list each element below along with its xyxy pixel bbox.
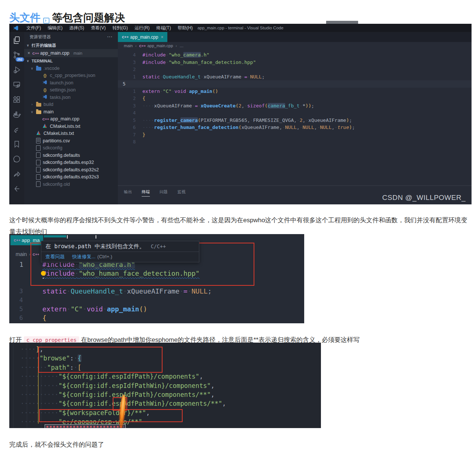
file-icon	[36, 145, 41, 151]
code-token: camera	[268, 103, 285, 109]
code-token: ····	[42, 323, 58, 323]
line-number: 2	[118, 66, 142, 73]
docker-icon	[12, 110, 22, 119]
panel-tab-问题: 问题	[160, 189, 168, 197]
code-token: ··········	[20, 382, 58, 389]
line-number	[9, 323, 42, 323]
file-tree: ∨.vscode{}c_cpp_properties.jsonlaunch.js…	[24, 65, 118, 188]
code-token: ··········	[20, 400, 58, 407]
code-token: =	[195, 103, 198, 109]
code-line: 6····register_human_face_detection(xQueu…	[118, 124, 472, 131]
tree-item-label: CMakeLists.txt	[50, 124, 80, 129]
code-token: ····	[20, 346, 36, 353]
code-token: ,	[294, 117, 297, 123]
cpp-file-icon: C++	[122, 35, 128, 39]
code-token: ·	[119, 323, 123, 323]
code-token: ·	[300, 124, 303, 130]
code-token: NULL	[285, 124, 297, 130]
braces-icon: {}	[42, 74, 48, 78]
code-token: ,	[332, 124, 335, 130]
heading-text: 等包含问题解决	[52, 11, 125, 25]
code-token: ·	[260, 323, 264, 323]
code-token: ·	[171, 88, 174, 94]
code-token: 2	[300, 117, 303, 123]
tree-item-label: .vscode	[44, 66, 60, 71]
menubar-item: 查看(V)	[87, 25, 109, 31]
tree-item-c_cpp_properties.json: {}c_cpp_properties.json	[24, 72, 118, 80]
remote-explorer-icon	[12, 80, 22, 90]
tree-item-.vscode: ∨.vscode	[24, 65, 118, 72]
tree-item-label: sdkconfig	[43, 145, 62, 150]
code-token: (	[212, 323, 216, 323]
code-line: 2{	[118, 95, 472, 102]
code-token: camera	[183, 52, 201, 58]
bookmarks-icon	[12, 140, 22, 149]
code-token: ))	[305, 103, 311, 109]
line-number: 4	[9, 296, 42, 305]
tree-item-label: build	[44, 102, 53, 107]
vscode-screenshot-2[interactable]: C++ app_ma main › C++ 1#include·"who_cam…	[9, 234, 304, 323]
tree-item-sdkconfig: sdkconfig	[24, 145, 118, 152]
extensions-icon	[12, 95, 22, 104]
code-token: ,	[180, 323, 184, 323]
tree-item-settings.json: {}settings.json	[24, 87, 118, 94]
line-number: 5	[118, 117, 142, 124]
terminal-link-icon[interactable]	[43, 14, 49, 21]
line-number: 3	[118, 102, 142, 110]
code-token: "${config:idf.espAdfPathWin}/components/…	[58, 400, 222, 407]
code-token: void	[87, 305, 103, 313]
csv-file-icon	[36, 138, 41, 143]
code-line: 7}	[118, 131, 472, 139]
run-debug-icon	[12, 65, 22, 75]
paragraph: 完成后，就不会报头文件的问题了	[9, 439, 470, 450]
code-token: 2	[238, 103, 241, 109]
cpp-file-icon: C++	[139, 44, 145, 48]
code-line: 5extern·"C"·void·app_main()	[9, 305, 304, 314]
code-token: )	[349, 124, 352, 130]
code-token: void	[174, 88, 186, 94]
file-icon	[36, 167, 41, 172]
code-token: NULL	[250, 74, 262, 80]
vscode-screenshot-1[interactable]: 文件(F)编辑(E)选择(S)查看(V)转到(G)运行(R)终端(T)帮助(H)…	[9, 24, 472, 204]
cpp-file-icon: C++	[32, 51, 38, 55]
json-config-screenshot[interactable]: ····],·····"browse":·{·······"path":·[··…	[9, 343, 321, 428]
code-line: 4	[118, 109, 472, 117]
code-token: ·	[103, 305, 107, 313]
code-token: QueueHandle_t	[163, 74, 201, 80]
tree-item-label: sdkconfig.defaults.esp32	[43, 160, 94, 165]
code-token: ·	[198, 103, 201, 109]
tree-item-label: CMakeLists.txt	[44, 131, 74, 136]
folder-open-icon	[36, 110, 41, 114]
code-token: ··········	[20, 373, 58, 380]
annotation-rectangle	[39, 409, 183, 422]
tree-item-CMakeLists.txt: CMakeLists.txt	[24, 130, 118, 137]
code-token: ·	[247, 74, 250, 80]
open-editor-detail: main	[74, 51, 83, 55]
code-token: ·	[305, 117, 308, 123]
code-token: ·	[160, 74, 163, 80]
tree-item-label: sdkconfig.old	[43, 182, 70, 187]
editor-tab: C++ app_main.cpp ×	[118, 32, 167, 42]
tree-item-label: sdkconfig.defaults	[43, 153, 80, 158]
heading-link[interactable]: 头文件	[9, 11, 41, 25]
code-token: register_	[154, 117, 180, 123]
breadcrumb-item: main	[16, 251, 27, 257]
open-editor-filename: app_main.cpp	[40, 51, 70, 56]
code-token: ;	[276, 323, 280, 323]
code-line: 4#include·"who_camera.h"	[118, 51, 472, 59]
code-token: ··········	[20, 391, 58, 398]
file-icon	[36, 160, 41, 165]
code-token: ·	[180, 287, 184, 295]
code-token: "who_human_face_detection.hpp"	[168, 59, 256, 65]
code-token: NULL	[320, 124, 331, 130]
panel-tab-输出: 输出	[124, 189, 132, 197]
code-token: =	[115, 323, 119, 323]
tree-item-sdkconfig.defaults: sdkconfig.defaults	[24, 152, 118, 159]
line-number: 7	[118, 131, 142, 139]
code-line: 5····register_camera(PIXFORMAT_RGB565,·F…	[118, 117, 472, 124]
code-token: ,	[241, 103, 244, 109]
chevron-icon: ∨	[30, 67, 34, 70]
cmake-icon	[42, 123, 48, 129]
code-token: ()	[212, 88, 218, 94]
code-token: true	[337, 124, 349, 130]
